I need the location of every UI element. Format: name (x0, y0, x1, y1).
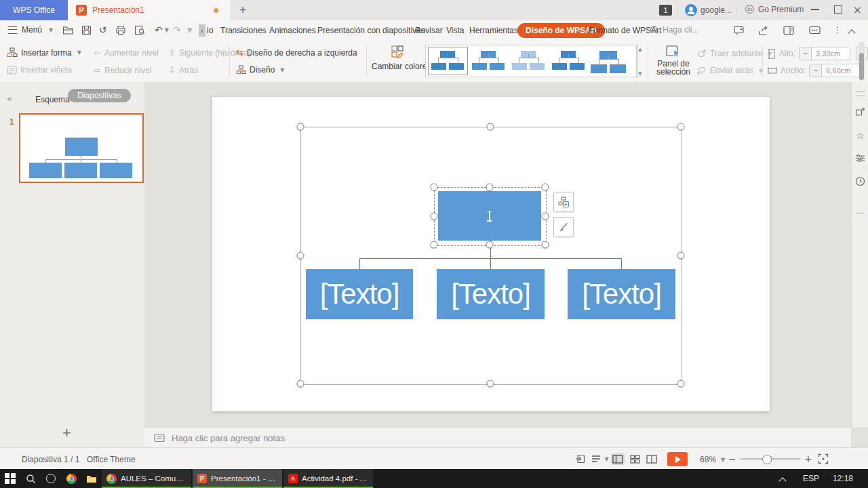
node-handle-se[interactable] (542, 241, 549, 249)
new-tab-button[interactable]: + (234, 1, 252, 19)
node-handle-nw[interactable] (431, 184, 438, 191)
insert-bullet-button[interactable]: Insertar viñeta (7, 65, 72, 75)
toolbar-more-chevron-icon[interactable]: ▼ (187, 26, 193, 34)
node-handle-sw[interactable] (431, 241, 438, 249)
layout-option-3[interactable] (509, 47, 548, 75)
smartart-selection-frame[interactable] (300, 127, 682, 385)
presenter-button[interactable] (734, 26, 745, 35)
task-pane-button[interactable] (783, 26, 794, 35)
restore-button[interactable] (834, 5, 842, 14)
add-slide-button[interactable]: + (62, 424, 71, 442)
org-node-2[interactable]: [Texto] (437, 269, 545, 319)
comment-button[interactable] (809, 26, 821, 35)
send-backward-button[interactable]: Enviar atrás▼ (697, 66, 763, 75)
insert-shape-button[interactable]: Insertar forma▼ (7, 47, 81, 58)
node-handle-ne[interactable] (542, 184, 549, 191)
zoom-slider-thumb[interactable] (762, 455, 772, 464)
tab-inicio-partial[interactable]: io (207, 23, 213, 38)
menu-button[interactable]: Menú ▼ (8, 25, 53, 35)
move-down-button[interactable]: ⇩ Atrás (168, 65, 198, 75)
tab-herramientas[interactable]: Herramientas (469, 23, 518, 38)
print-preview-button[interactable] (134, 25, 145, 35)
zoom-out-button[interactable]: − (728, 453, 736, 464)
tray-show-hidden-button[interactable] (780, 476, 785, 486)
print-button[interactable] (115, 25, 126, 35)
taskbar-window-actividad-pdf[interactable]: A Actividad 4.pdf - Ado... (283, 469, 373, 488)
tab-revisar[interactable]: Revisar (415, 23, 443, 38)
go-premium-button[interactable]: Go Premium (745, 4, 804, 14)
layout-option-4[interactable] (549, 47, 588, 75)
play-slideshow-button[interactable] (667, 452, 688, 466)
style-brush-float-button[interactable] (553, 217, 574, 237)
rail-more-button[interactable]: ⋯ (854, 207, 866, 219)
demote-button[interactable]: ⇨ Reducir nivel (94, 65, 151, 75)
rail-history-button[interactable] (854, 176, 866, 187)
rail-shape-tool-button[interactable] (854, 106, 866, 118)
tab-count-badge[interactable]: 1 (659, 5, 672, 16)
kebab-menu-icon[interactable]: ⋮ (833, 25, 842, 35)
tab-transiciones[interactable]: Transiciones (220, 23, 267, 38)
add-shape-float-button[interactable] (553, 192, 574, 212)
reading-view-button[interactable] (645, 453, 658, 465)
start-show-button[interactable] (573, 453, 587, 465)
rail-effects-button[interactable]: ☆ (854, 129, 866, 141)
collapse-panel-button[interactable]: « (7, 94, 12, 104)
start-button[interactable] (0, 469, 20, 488)
slide-thumbnail-1[interactable] (19, 113, 144, 183)
layout-option-5[interactable] (589, 47, 628, 75)
notes-toggle-button[interactable]: ▼ (591, 453, 609, 465)
tab-presentacion-con-diapositivas[interactable]: Presentación con diapositivas (317, 23, 425, 38)
rtl-layout-button[interactable]: ⇆ Diseño de derecha a izquierda (236, 47, 357, 58)
account-avatar[interactable] (685, 4, 697, 16)
document-tab[interactable]: P Presentación1 (68, 0, 231, 20)
undo-button[interactable]: ↶▼ (155, 24, 169, 35)
width-value[interactable]: 6,60cm (822, 66, 860, 75)
open-button[interactable] (62, 25, 74, 35)
theme-name[interactable]: Office Theme (87, 455, 136, 464)
promote-button[interactable]: ⇦ Aumentar nivel (94, 47, 159, 58)
search-box[interactable]: Haga cli... (650, 25, 698, 35)
org-node-top[interactable] (438, 191, 541, 241)
normal-view-button[interactable] (611, 453, 625, 465)
minimize-button[interactable] (811, 9, 819, 10)
zoom-in-button[interactable]: + (804, 453, 812, 464)
clock[interactable]: 12:18 (833, 474, 853, 483)
bring-forward-button[interactable]: Traer adelante▼ (697, 49, 772, 58)
taskbar-search-button[interactable] (20, 469, 41, 488)
taskbar-window-aules[interactable]: AULES – Comunitat C... (102, 469, 191, 488)
notes-bar[interactable]: Haga clic para agregar notas (144, 427, 851, 448)
fit-slide-button[interactable] (818, 453, 829, 464)
account-name[interactable]: google... (701, 5, 732, 15)
output-icon[interactable]: ↻ (99, 24, 107, 35)
layout-option-1[interactable] (428, 47, 468, 75)
width-minus-button[interactable]: − (810, 64, 822, 77)
tab-vista[interactable]: Vista (446, 23, 464, 38)
tab-animaciones[interactable]: Animaciones (269, 23, 316, 38)
tab-esquema[interactable]: Esquema (35, 95, 70, 104)
rail-settings-button[interactable] (854, 152, 866, 164)
redo-button[interactable]: ↷ (173, 24, 181, 35)
zoom-level[interactable]: 68%▼ (700, 455, 725, 464)
layout-option-2[interactable] (469, 47, 508, 75)
change-colors-button[interactable]: Cambiar colores▼ (372, 45, 423, 71)
selection-pane-button[interactable]: Panel de selección (653, 45, 694, 76)
height-value[interactable]: 3,30cm (812, 49, 850, 58)
collapse-ribbon-button[interactable] (849, 28, 854, 38)
wps-office-home-tab[interactable]: WPS Office (0, 0, 68, 20)
file-explorer-button[interactable] (81, 469, 102, 488)
node-handle-w[interactable] (431, 213, 438, 220)
ribbon-scrollbar[interactable] (859, 42, 865, 81)
taskbar-chrome-button[interactable] (61, 469, 81, 488)
taskbar-window-presentacion[interactable]: P Presentación1 - WPS ... (193, 469, 282, 488)
org-node-1[interactable]: [Texto] (306, 269, 413, 319)
slide-canvas[interactable]: [Texto] [Texto] [Texto] (144, 82, 851, 447)
node-handle-e[interactable] (542, 213, 549, 220)
resize-handle-w[interactable] (297, 252, 304, 260)
rail-drag-handle[interactable] (856, 92, 865, 96)
cortana-button[interactable] (41, 469, 61, 488)
gallery-scroll-buttons[interactable]: ▲▼ (636, 45, 644, 78)
resize-handle-se[interactable] (677, 380, 685, 388)
height-minus-button[interactable]: − (800, 47, 812, 60)
tab-diapositivas[interactable]: Diapositivas (68, 91, 131, 100)
resize-handle-s[interactable] (487, 380, 494, 388)
